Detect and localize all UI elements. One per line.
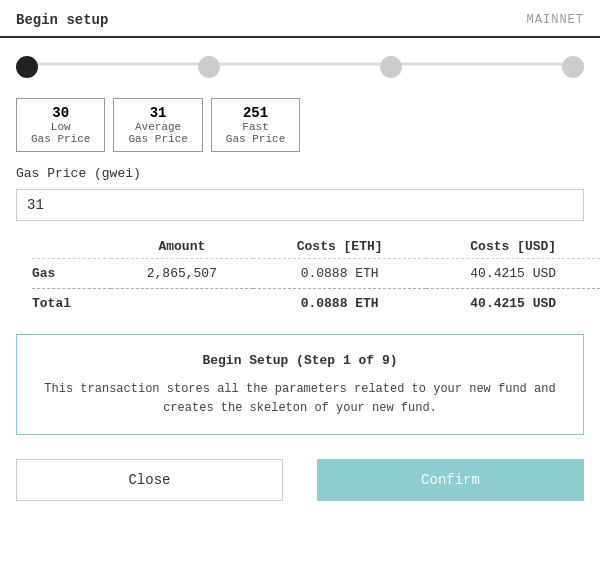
action-buttons: Close Confirm bbox=[0, 447, 600, 517]
header: Begin setup MAINNET bbox=[0, 0, 600, 38]
info-description: This transaction stores all the paramete… bbox=[37, 380, 563, 418]
info-box: Begin Setup (Step 1 of 9) This transacti… bbox=[16, 334, 584, 435]
low-gas-label: LowGas Price bbox=[31, 121, 90, 145]
total-usd: 40.4215 USD bbox=[426, 289, 600, 319]
confirm-button[interactable]: Confirm bbox=[317, 459, 584, 501]
fast-gas-value: 251 bbox=[226, 105, 285, 121]
progress-dot-4 bbox=[562, 56, 584, 78]
cost-table: Amount Costs [ETH] Costs [USD] Gas 2,865… bbox=[32, 233, 600, 318]
progress-dot-1 bbox=[16, 56, 38, 78]
low-gas-button[interactable]: 30 LowGas Price bbox=[16, 98, 105, 152]
average-gas-value: 31 bbox=[128, 105, 187, 121]
info-title: Begin Setup (Step 1 of 9) bbox=[37, 351, 563, 372]
row-eth: 0.0888 ETH bbox=[253, 259, 427, 289]
col-header-label bbox=[32, 233, 111, 259]
average-gas-button[interactable]: 31 AverageGas Price bbox=[113, 98, 202, 152]
average-gas-label: AverageGas Price bbox=[128, 121, 187, 145]
progress-dot-3 bbox=[380, 56, 402, 78]
progress-dots bbox=[16, 56, 584, 78]
col-header-eth: Costs [ETH] bbox=[253, 233, 427, 259]
close-button[interactable]: Close bbox=[16, 459, 283, 501]
table-row: Gas 2,865,507 0.0888 ETH 40.4215 USD bbox=[32, 259, 600, 289]
total-label: Total bbox=[32, 289, 111, 319]
fast-gas-button[interactable]: 251 FastGas Price bbox=[211, 98, 300, 152]
row-usd: 40.4215 USD bbox=[426, 259, 600, 289]
gas-input-wrapper bbox=[0, 185, 600, 233]
progress-dot-2 bbox=[198, 56, 220, 78]
col-header-amount: Amount bbox=[111, 233, 253, 259]
row-amount: 2,865,507 bbox=[111, 259, 253, 289]
low-gas-value: 30 bbox=[31, 105, 90, 121]
fast-gas-label: FastGas Price bbox=[226, 121, 285, 145]
total-row: Total 0.0888 ETH 40.4215 USD bbox=[32, 289, 600, 319]
row-label: Gas bbox=[32, 259, 111, 289]
gas-price-label: Gas Price (gwei) bbox=[0, 160, 600, 185]
gas-price-input[interactable] bbox=[16, 189, 584, 221]
total-eth: 0.0888 ETH bbox=[253, 289, 427, 319]
total-amount bbox=[111, 289, 253, 319]
page-title: Begin setup bbox=[16, 12, 108, 28]
network-badge: MAINNET bbox=[527, 13, 584, 27]
gas-price-buttons: 30 LowGas Price 31 AverageGas Price 251 … bbox=[0, 90, 600, 160]
col-header-usd: Costs [USD] bbox=[426, 233, 600, 259]
cost-table-section: Amount Costs [ETH] Costs [USD] Gas 2,865… bbox=[0, 233, 600, 318]
progress-bar bbox=[0, 38, 600, 90]
